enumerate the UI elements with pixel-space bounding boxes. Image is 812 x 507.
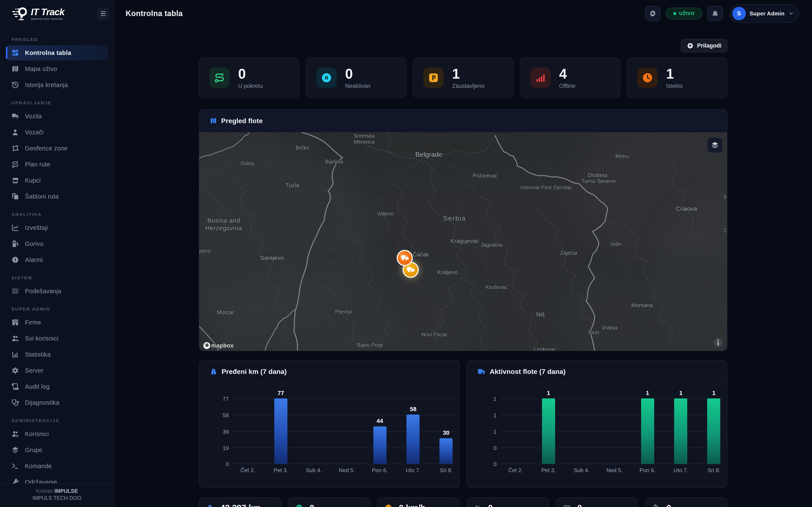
svg-text:19: 19 — [223, 445, 229, 451]
svg-text:1: 1 — [679, 390, 682, 396]
svg-text:Bosnia and: Bosnia and — [207, 217, 240, 224]
svg-text:1: 1 — [547, 390, 550, 396]
svg-text:Vidin: Vidin — [610, 241, 621, 247]
svg-text:Čačak: Čačak — [413, 251, 429, 258]
svg-text:44: 44 — [376, 418, 383, 424]
svg-text:Motru: Motru — [615, 153, 629, 159]
svg-text:58: 58 — [410, 406, 416, 412]
svg-text:Ned 5.: Ned 5. — [339, 467, 355, 473]
svg-text:1: 1 — [494, 412, 497, 418]
svg-text:Tuzla: Tuzla — [285, 182, 299, 188]
svg-text:Sri 8.: Sri 8. — [440, 467, 453, 473]
svg-text:1: 1 — [494, 429, 497, 435]
svg-text:0: 0 — [494, 461, 497, 467]
svg-text:77: 77 — [277, 390, 284, 396]
svg-text:Vratsa: Vratsa — [602, 325, 617, 331]
svg-text:Drobeta-: Drobeta- — [588, 172, 609, 178]
svg-text:Pon 6.: Pon 6. — [372, 467, 388, 473]
svg-text:Leskovac: Leskovac — [534, 346, 556, 351]
svg-text:Zaječar: Zaječar — [560, 250, 577, 256]
svg-text:Pljevlja: Pljevlja — [335, 308, 352, 315]
svg-text:Caracal: Caracal — [724, 228, 727, 233]
svg-text:Herzegovina: Herzegovina — [205, 225, 242, 231]
svg-text:Valjevo: Valjevo — [377, 211, 394, 217]
svg-text:Doboj: Doboj — [241, 160, 254, 166]
svg-text:Jagodina: Jagodina — [480, 242, 502, 248]
svg-text:Serbia: Serbia — [443, 215, 466, 222]
svg-text:Sremska: Sremska — [354, 133, 375, 139]
svg-text:Niš: Niš — [536, 311, 545, 318]
svg-text:Sub 4.: Sub 4. — [573, 467, 589, 473]
svg-text:Bijeljina: Bijeljina — [325, 159, 343, 165]
svg-text:Čet 2.: Čet 2. — [241, 467, 255, 473]
svg-text:Pet 3.: Pet 3. — [541, 467, 556, 473]
svg-text:Sub 4.: Sub 4. — [306, 467, 322, 473]
svg-text:Bijelo Polje: Bijelo Polje — [357, 342, 383, 348]
svg-text:0: 0 — [494, 445, 497, 451]
svg-text:Sri 8.: Sri 8. — [708, 467, 720, 473]
svg-text:Mostar: Mostar — [217, 309, 234, 316]
svg-text:77: 77 — [223, 396, 229, 402]
svg-text:Pet 3.: Pet 3. — [273, 467, 288, 473]
svg-text:Kragujevac: Kragujevac — [450, 238, 479, 244]
svg-text:Pon 6.: Pon 6. — [640, 467, 655, 473]
svg-text:Uto 7.: Uto 7. — [673, 467, 688, 473]
svg-text:Pirot: Pirot — [588, 329, 599, 335]
svg-text:1: 1 — [646, 390, 649, 396]
svg-text:Montana: Montana — [631, 302, 653, 308]
svg-text:Turnu Severin: Turnu Severin — [581, 178, 616, 184]
svg-text:Brčko: Brčko — [296, 145, 309, 151]
svg-text:National Park Djerdap: National Park Djerdap — [520, 184, 572, 190]
svg-text:1: 1 — [494, 396, 497, 402]
svg-text:Čet 2.: Čet 2. — [508, 467, 523, 473]
svg-text:Sarajevo: Sarajevo — [260, 255, 284, 261]
svg-text:Ned 5.: Ned 5. — [606, 467, 623, 473]
svg-text:Novi Pazar: Novi Pazar — [421, 331, 447, 337]
svg-text:Kraljevo: Kraljevo — [437, 269, 458, 276]
svg-text:Mitrovica: Mitrovica — [354, 139, 375, 145]
svg-text:Bugojno: Bugojno — [199, 248, 211, 254]
svg-text:0: 0 — [226, 461, 229, 467]
svg-text:Uto 7.: Uto 7. — [406, 467, 420, 473]
svg-text:Slatina: Slatina — [723, 194, 727, 200]
svg-text:39: 39 — [223, 429, 229, 435]
svg-text:Craiova: Craiova — [676, 205, 697, 212]
svg-text:30: 30 — [443, 430, 449, 436]
svg-text:1: 1 — [712, 390, 716, 396]
svg-text:Požarevac: Požarevac — [473, 173, 498, 178]
svg-text:Belgrade: Belgrade — [415, 151, 442, 158]
svg-text:Kruševac: Kruševac — [486, 284, 507, 290]
svg-text:58: 58 — [223, 412, 229, 418]
